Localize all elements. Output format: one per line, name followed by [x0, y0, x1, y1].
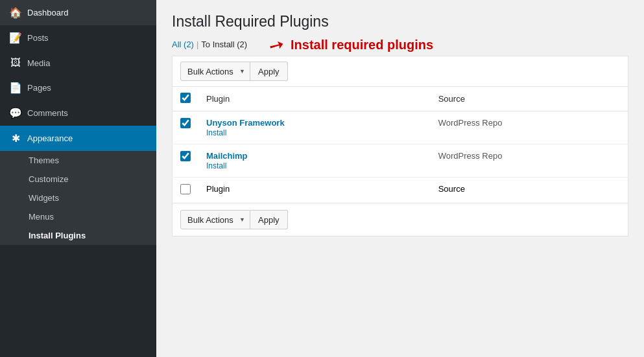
filter-to-install[interactable]: To Install (2): [201, 40, 247, 49]
plugin-action-unyson[interactable]: Install: [206, 128, 226, 137]
pages-icon: 📄: [9, 82, 22, 94]
footer-plugin-cell: Plugin: [198, 178, 431, 203]
plugin-cell-mailchimp: Mailchimp Install: [198, 144, 431, 178]
plugin-column-header: Plugin: [198, 87, 431, 111]
plugin-cell-unyson: Unyson Framework Install: [198, 111, 431, 144]
sidebar-item-customize[interactable]: Customize: [0, 170, 156, 189]
sidebar-item-label: Dashboard: [27, 8, 69, 17]
sidebar-item-comments[interactable]: 💬 Comments: [0, 100, 156, 126]
sidebar-item-install-plugins[interactable]: Install Plugins: [0, 226, 156, 245]
row-checkbox-unyson[interactable]: [180, 118, 191, 128]
sidebar-item-menus[interactable]: Menus: [0, 207, 156, 226]
bulk-actions-wrapper-top: Bulk Actions: [180, 62, 250, 81]
bulk-actions-select-top[interactable]: Bulk Actions: [180, 62, 250, 81]
bulk-actions-select-bottom[interactable]: Bulk Actions: [180, 210, 250, 229]
header-checkbox-cell: [173, 87, 199, 111]
sidebar-item-label: Comments: [27, 108, 68, 118]
footer-plugin-label: Plugin: [206, 184, 230, 194]
sidebar-item-widgets[interactable]: Widgets: [0, 189, 156, 207]
sidebar-item-themes[interactable]: Themes: [0, 151, 156, 170]
bottom-toolbar: Bulk Actions Apply: [172, 203, 628, 236]
plugin-action-mailchimp[interactable]: Install: [206, 161, 226, 170]
footer-checkbox-cell: [173, 178, 199, 203]
plugin-name-mailchimp[interactable]: Mailchimp: [206, 151, 248, 161]
filter-all[interactable]: All (2): [172, 40, 194, 49]
row-checkbox-cell-mailchimp: [173, 144, 199, 178]
dashboard-icon: 🏠: [9, 6, 22, 19]
plugin-table: Plugin Source Unyson Framework Insta: [172, 86, 628, 203]
table-row: Unyson Framework Install WordPress Repo: [173, 111, 628, 144]
table-footer-row: Plugin Source: [173, 178, 628, 203]
source-cell-mailchimp: WordPress Repo: [431, 144, 628, 178]
annotation-area: ➚ Install required plugins: [269, 34, 433, 56]
sidebar-item-media[interactable]: 🖼 Media: [0, 51, 156, 75]
table-header-row: Plugin Source: [173, 87, 628, 111]
footer-checkbox[interactable]: [180, 184, 191, 194]
sidebar-item-label: Posts: [27, 33, 49, 43]
table-row: Mailchimp Install WordPress Repo: [173, 144, 628, 178]
row-checkbox-mailchimp[interactable]: [180, 151, 191, 161]
sidebar-item-posts[interactable]: 📝 Posts: [0, 25, 156, 51]
annotation-arrow-icon: ➚: [265, 32, 288, 58]
appearance-submenu: Themes Customize Widgets Menus Install P…: [0, 151, 156, 245]
footer-source-label: Source: [438, 184, 465, 194]
sidebar-item-dashboard[interactable]: 🏠 Dashboard: [0, 0, 156, 25]
sidebar-item-label: Media: [27, 58, 50, 68]
top-toolbar: Bulk Actions Apply: [172, 56, 628, 86]
apply-button-top[interactable]: Apply: [250, 62, 288, 81]
source-column-header: Source: [431, 87, 628, 111]
source-cell-unyson: WordPress Repo: [431, 111, 628, 144]
posts-icon: 📝: [9, 32, 22, 44]
main-content: Install Required Plugins All (2) | To In…: [156, 0, 644, 357]
plugin-name-unyson[interactable]: Unyson Framework: [206, 118, 285, 128]
sidebar-item-pages[interactable]: 📄 Pages: [0, 75, 156, 100]
sidebar: 🏠 Dashboard 📝 Posts 🖼 Media 📄 Pages 💬 Co…: [0, 0, 156, 357]
page-title: Install Required Plugins: [172, 13, 628, 30]
filter-separator: |: [197, 40, 198, 49]
comments-icon: 💬: [9, 107, 22, 119]
media-icon: 🖼: [9, 57, 22, 69]
annotation-text: Install required plugins: [291, 38, 433, 52]
bulk-actions-wrapper-bottom: Bulk Actions: [180, 210, 250, 229]
sidebar-item-appearance[interactable]: ✱ Appearance: [0, 126, 156, 151]
sidebar-item-label: Appearance: [27, 133, 73, 143]
apply-button-bottom[interactable]: Apply: [250, 210, 288, 229]
select-all-checkbox[interactable]: [180, 93, 191, 103]
appearance-icon: ✱: [9, 132, 22, 144]
plugin-table-wrapper: Bulk Actions Apply Plugin Source: [172, 56, 628, 236]
sidebar-item-label: Pages: [27, 83, 51, 93]
footer-source-cell: Source: [431, 178, 628, 203]
row-checkbox-cell-unyson: [173, 111, 199, 144]
